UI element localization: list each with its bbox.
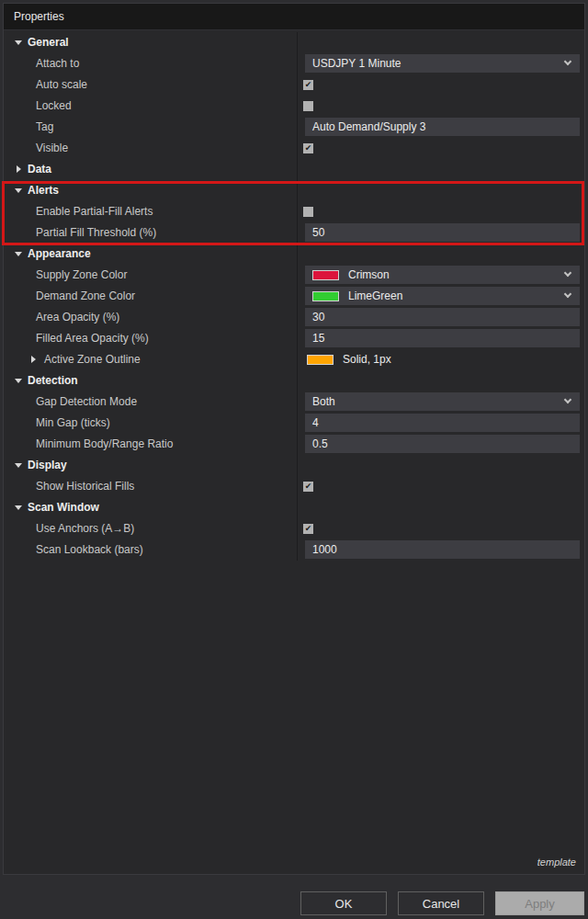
dropdown-value: LimeGreen bbox=[348, 289, 402, 302]
section-header-general[interactable]: General bbox=[4, 32, 584, 53]
section-label: Alerts bbox=[28, 180, 59, 201]
dialog-buttons: OK Cancel Apply bbox=[289, 891, 584, 915]
subsection-header-active-zone-outline[interactable]: Active Zone OutlineSolid, 1px bbox=[4, 349, 584, 370]
section-header-scan-window[interactable]: Scan Window bbox=[4, 497, 584, 518]
section-label: General bbox=[28, 32, 69, 53]
collapse-icon bbox=[15, 463, 22, 468]
active-zone-outline-preview[interactable]: Solid, 1px bbox=[305, 350, 393, 369]
gap-detection-mode-dropdown[interactable]: Both bbox=[305, 392, 580, 411]
collapse-icon bbox=[15, 379, 22, 383]
input-value: 1000 bbox=[312, 543, 337, 556]
visible-checkbox[interactable]: ✔ bbox=[303, 143, 313, 153]
property-row-min-gap-ticks: Min Gap (ticks)4 bbox=[4, 413, 584, 434]
section-label: Scan Window bbox=[28, 497, 99, 518]
section-label: Data bbox=[28, 159, 51, 180]
section-label: Detection bbox=[28, 370, 78, 391]
input-value: Auto Demand/Supply 3 bbox=[312, 120, 425, 133]
property-label: Demand Zone Color bbox=[36, 286, 135, 307]
template-link[interactable]: template bbox=[537, 857, 576, 868]
dropdown-value: Crimson bbox=[348, 268, 390, 281]
section-header-alerts[interactable]: Alerts bbox=[4, 180, 584, 201]
chevron-down-icon bbox=[564, 58, 571, 65]
dropdown-value: USDJPY 1 Minute bbox=[312, 57, 401, 70]
dialog-title: Properties bbox=[4, 4, 584, 30]
property-row-enable-partial-fill-alerts: Enable Partial-Fill Alerts bbox=[4, 201, 584, 222]
attach-to-dropdown[interactable]: USDJPY 1 Minute bbox=[305, 54, 580, 73]
demand-zone-color-color-swatch bbox=[312, 291, 339, 301]
outline-style-value: Solid, 1px bbox=[343, 353, 391, 366]
property-row-partial-fill-threshold: Partial Fill Threshold (%)50 bbox=[4, 222, 584, 244]
property-grid-panel: Properties GeneralAttach toUSDJPY 1 Minu… bbox=[3, 3, 585, 875]
collapse-icon bbox=[15, 188, 22, 193]
property-label: Area Opacity (%) bbox=[36, 307, 119, 328]
property-label: Attach to bbox=[36, 53, 79, 74]
property-row-auto-scale: Auto scale✔ bbox=[4, 74, 584, 96]
collapse-icon bbox=[15, 40, 22, 45]
section-label: Appearance bbox=[28, 244, 91, 265]
property-label: Min Gap (ticks) bbox=[36, 413, 110, 434]
property-label: Use Anchors (A→B) bbox=[36, 518, 134, 539]
min-gap-ticks-input[interactable]: 4 bbox=[305, 414, 580, 432]
collapse-icon bbox=[15, 505, 22, 510]
expand-icon bbox=[17, 165, 21, 173]
minimum-body-range-ratio-input[interactable]: 0.5 bbox=[305, 435, 580, 453]
section-label: Display bbox=[28, 455, 67, 476]
property-label: Supply Zone Color bbox=[36, 265, 127, 286]
property-row-attach-to: Attach toUSDJPY 1 Minute bbox=[4, 53, 584, 74]
checkmark-icon: ✔ bbox=[303, 482, 313, 492]
section-label: Active Zone Outline bbox=[44, 349, 141, 370]
property-row-gap-detection-mode: Gap Detection ModeBoth bbox=[4, 391, 584, 413]
expand-icon bbox=[31, 356, 36, 363]
demand-zone-color-dropdown[interactable]: LimeGreen bbox=[305, 287, 580, 305]
supply-zone-color-color-swatch bbox=[312, 270, 339, 280]
property-row-visible: Visible✔ bbox=[4, 138, 584, 159]
filled-area-opacity-input[interactable]: 15 bbox=[305, 329, 580, 347]
section-header-detection[interactable]: Detection bbox=[4, 370, 584, 391]
cancel-button[interactable]: Cancel bbox=[398, 891, 484, 915]
property-row-use-anchors-a-b: Use Anchors (A→B)✔ bbox=[4, 518, 584, 539]
enable-partial-fill-alerts-checkbox[interactable] bbox=[303, 207, 313, 217]
input-value: 50 bbox=[312, 226, 324, 239]
chevron-down-icon bbox=[564, 290, 571, 298]
use-anchors-a-b-checkbox[interactable]: ✔ bbox=[303, 524, 313, 534]
property-label: Visible bbox=[36, 138, 68, 159]
property-row-supply-zone-color: Supply Zone ColorCrimson bbox=[4, 265, 584, 286]
section-header-display[interactable]: Display bbox=[4, 455, 584, 476]
property-row-show-historical-fills: Show Historical Fills✔ bbox=[4, 476, 584, 497]
property-row-area-opacity: Area Opacity (%)30 bbox=[4, 307, 584, 328]
partial-fill-threshold-input[interactable]: 50 bbox=[305, 223, 580, 242]
property-label: Scan Lookback (bars) bbox=[36, 539, 143, 561]
property-row-tag: TagAuto Demand/Supply 3 bbox=[4, 117, 584, 138]
ok-button[interactable]: OK bbox=[300, 891, 387, 915]
checkmark-icon: ✔ bbox=[303, 524, 313, 534]
property-label: Enable Partial-Fill Alerts bbox=[36, 201, 153, 222]
dropdown-value: Both bbox=[312, 395, 335, 408]
checkmark-icon: ✔ bbox=[303, 80, 313, 90]
area-opacity-input[interactable]: 30 bbox=[305, 308, 580, 326]
input-value: 15 bbox=[312, 332, 324, 345]
property-label: Minimum Body/Range Ratio bbox=[36, 434, 173, 455]
input-value: 30 bbox=[312, 311, 324, 323]
chevron-down-icon bbox=[564, 269, 571, 277]
scan-lookback-bars-input[interactable]: 1000 bbox=[305, 540, 580, 559]
tag-input[interactable]: Auto Demand/Supply 3 bbox=[305, 118, 580, 136]
property-label: Tag bbox=[36, 117, 53, 138]
checkmark-icon: ✔ bbox=[303, 143, 313, 153]
property-row-filled-area-opacity: Filled Area Opacity (%)15 bbox=[4, 328, 584, 349]
property-label: Gap Detection Mode bbox=[36, 391, 137, 413]
section-header-data[interactable]: Data bbox=[4, 159, 584, 180]
collapse-icon bbox=[15, 252, 22, 256]
property-row-scan-lookback-bars: Scan Lookback (bars)1000 bbox=[4, 539, 584, 561]
active-zone-outline-color-swatch bbox=[307, 355, 334, 365]
section-header-appearance[interactable]: Appearance bbox=[4, 244, 584, 265]
auto-scale-checkbox[interactable]: ✔ bbox=[303, 80, 313, 90]
input-value: 0.5 bbox=[312, 437, 328, 450]
apply-button[interactable]: Apply bbox=[495, 891, 584, 915]
locked-checkbox[interactable] bbox=[303, 101, 313, 111]
show-historical-fills-checkbox[interactable]: ✔ bbox=[303, 482, 313, 492]
property-row-locked: Locked bbox=[4, 96, 584, 117]
input-value: 4 bbox=[312, 416, 319, 429]
property-row-demand-zone-color: Demand Zone ColorLimeGreen bbox=[4, 286, 584, 307]
supply-zone-color-dropdown[interactable]: Crimson bbox=[305, 266, 580, 284]
property-label: Filled Area Opacity (%) bbox=[36, 328, 149, 349]
